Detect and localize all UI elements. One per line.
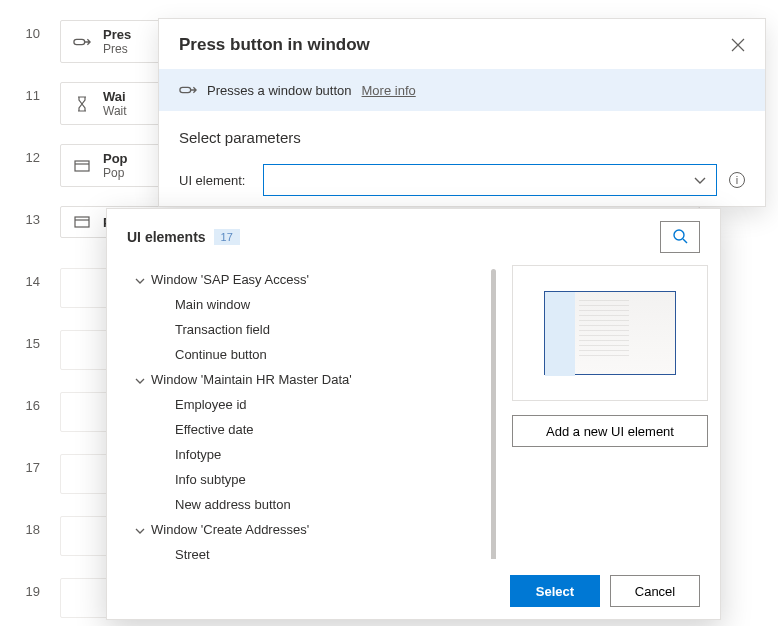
tree-leaf[interactable]: Effective date	[121, 417, 496, 442]
window-icon	[73, 157, 91, 175]
press-icon	[179, 81, 197, 99]
picker-title: UI elements	[127, 229, 206, 245]
tree-leaf[interactable]: Infotype	[121, 442, 496, 467]
svg-rect-0	[74, 39, 85, 44]
select-button[interactable]: Select	[510, 575, 600, 607]
step-number: 12	[0, 144, 60, 165]
picker-count: 17	[214, 229, 240, 245]
svg-rect-1	[75, 161, 89, 171]
step-number: 14	[0, 268, 60, 289]
step-number: 18	[0, 516, 60, 537]
add-ui-element-button[interactable]: Add a new UI element	[512, 415, 708, 447]
svg-rect-3	[75, 217, 89, 227]
tree-item-label: Window 'SAP Easy Access'	[151, 272, 309, 287]
params-heading: Select parameters	[179, 129, 745, 146]
tree-item-label: Infotype	[175, 447, 221, 462]
tree-item-label: Street	[175, 547, 210, 559]
search-icon	[672, 228, 688, 247]
tree-leaf[interactable]: New address button	[121, 492, 496, 517]
tree-item-label: Transaction field	[175, 322, 270, 337]
chevron-down-icon	[135, 522, 145, 537]
step-subtitle: Wait	[103, 104, 127, 118]
tree-leaf[interactable]: Employee id	[121, 392, 496, 417]
banner-text: Presses a window button	[207, 83, 352, 98]
window-icon	[73, 213, 91, 231]
step-number: 17	[0, 454, 60, 475]
tree-leaf[interactable]: Transaction field	[121, 317, 496, 342]
svg-rect-5	[180, 87, 191, 92]
cancel-button[interactable]: Cancel	[610, 575, 700, 607]
tree-item-label: Window 'Create Addresses'	[151, 522, 309, 537]
more-info-link[interactable]: More info	[362, 83, 416, 98]
tree-leaf[interactable]: Street	[121, 542, 496, 559]
ui-element-select[interactable]	[263, 164, 717, 196]
step-number: 11	[0, 82, 60, 103]
tree-leaf[interactable]: Main window	[121, 292, 496, 317]
step-number: 10	[0, 20, 60, 41]
step-number: 13	[0, 206, 60, 227]
scrollbar[interactable]	[491, 269, 496, 559]
tree-item-label: New address button	[175, 497, 291, 512]
chevron-down-icon	[135, 372, 145, 387]
step-number: 15	[0, 330, 60, 351]
step-subtitle: Pop	[103, 166, 128, 180]
tree-leaf[interactable]: Continue button	[121, 342, 496, 367]
tree-item-label: Info subtype	[175, 472, 246, 487]
tree-item-label: Continue button	[175, 347, 267, 362]
info-banner: Presses a window button More info	[159, 69, 765, 111]
dialog-title: Press button in window	[179, 35, 370, 55]
svg-point-6	[674, 230, 684, 240]
step-number: 16	[0, 392, 60, 413]
press-button-dialog: Press button in window Presses a window …	[158, 18, 766, 207]
wait-icon	[73, 95, 91, 113]
preview-thumbnail	[512, 265, 708, 401]
ui-elements-tree: Window 'SAP Easy Access'Main windowTrans…	[121, 265, 496, 559]
close-icon[interactable]	[731, 38, 745, 52]
tree-item-label: Employee id	[175, 397, 247, 412]
tree-group[interactable]: Window 'Maintain HR Master Data'	[121, 367, 496, 392]
tree-leaf[interactable]: Info subtype	[121, 467, 496, 492]
ui-elements-picker: UI elements 17 Window 'SAP Easy Access'M…	[106, 208, 721, 620]
press-icon	[73, 33, 91, 51]
chevron-down-icon	[694, 173, 706, 188]
step-title: Wai	[103, 89, 127, 104]
tree-group[interactable]: Window 'SAP Easy Access'	[121, 267, 496, 292]
step-title: Pop	[103, 151, 128, 166]
step-title: Pres	[103, 27, 131, 42]
search-button[interactable]	[660, 221, 700, 253]
tree-item-label: Effective date	[175, 422, 254, 437]
tree-item-label: Main window	[175, 297, 250, 312]
step-number: 19	[0, 578, 60, 599]
chevron-down-icon	[135, 272, 145, 287]
tree-group[interactable]: Window 'Create Addresses'	[121, 517, 496, 542]
info-icon[interactable]: i	[729, 172, 745, 188]
step-subtitle: Pres	[103, 42, 131, 56]
ui-element-label: UI element:	[179, 173, 251, 188]
tree-item-label: Window 'Maintain HR Master Data'	[151, 372, 352, 387]
